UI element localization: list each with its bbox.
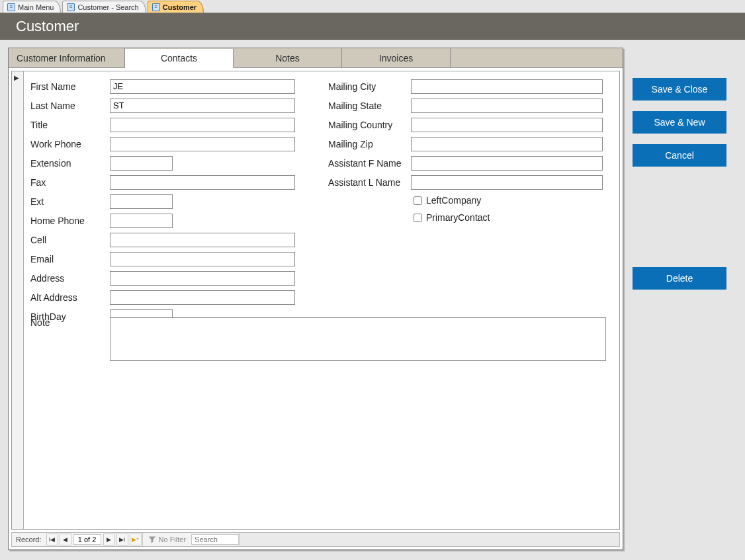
label-assistant-l-name: Assistant L Name [328, 177, 411, 188]
home-phone-field[interactable] [110, 214, 173, 228]
form-icon: ≡ [152, 3, 160, 11]
mailing-city-field[interactable] [411, 79, 603, 94]
email-field[interactable] [110, 252, 295, 266]
contacts-subform: ▶ First Name Last Name [11, 71, 620, 530]
nav-new-button[interactable]: ▶* [130, 534, 142, 545]
filter-indicator[interactable]: No Filter [142, 533, 192, 546]
title-field[interactable] [110, 118, 295, 132]
label-mailing-country: Mailing Country [328, 120, 411, 130]
alt-address-field[interactable] [110, 290, 295, 305]
label-first-name: First Name [30, 81, 110, 92]
document-tab-bar: ≡ Main Menu ≡ Customer - Search ≡ Custom… [0, 0, 745, 13]
page-title: Customer [16, 18, 79, 35]
inner-tab-label: Invoices [379, 53, 413, 63]
button-spacer [633, 177, 726, 257]
label-assistant-f-name: Assistant F Name [328, 158, 411, 169]
work-phone-field[interactable] [110, 137, 295, 151]
save-close-button[interactable]: Save & Close [633, 78, 726, 100]
inner-tab-label: Contacts [161, 53, 197, 63]
inner-tab-label: Customer Information [17, 53, 106, 63]
ext-field[interactable] [110, 194, 173, 209]
label-note: Note [30, 317, 110, 361]
label-address: Address [30, 273, 110, 284]
label-email: Email [30, 254, 110, 264]
inner-tab-label: Notes [275, 53, 300, 63]
mailing-state-field[interactable] [411, 99, 603, 113]
label-ext: Ext [30, 196, 110, 207]
address-field[interactable] [110, 271, 295, 286]
tab-invoices[interactable]: Invoices [342, 48, 451, 67]
doc-tab-main-menu[interactable]: ≡ Main Menu [3, 1, 61, 13]
record-position-field[interactable] [73, 534, 101, 545]
tab-customer-information[interactable]: Customer Information [9, 48, 125, 67]
cancel-button[interactable]: Cancel [633, 144, 726, 167]
primary-contact-checkbox[interactable] [414, 214, 422, 222]
tab-notes[interactable]: Notes [234, 48, 342, 67]
assistant-f-name-field[interactable] [411, 156, 603, 171]
last-name-field[interactable] [110, 99, 295, 113]
label-primary-contact: PrimaryContact [426, 212, 490, 223]
doc-tab-label: Customer [163, 3, 197, 11]
label-alt-address: Alt Address [30, 292, 110, 303]
label-mailing-zip: Mailing Zip [328, 139, 411, 149]
label-home-phone: Home Phone [30, 216, 110, 226]
nav-first-button[interactable]: I◀ [46, 534, 58, 545]
form-icon: ≡ [67, 3, 75, 11]
current-record-icon: ▶ [14, 74, 19, 81]
label-extension: Extension [30, 158, 110, 169]
save-new-button[interactable]: Save & New [633, 111, 726, 134]
nav-last-button[interactable]: ▶I [116, 534, 128, 545]
label-title: Title [30, 120, 110, 130]
label-fax: Fax [30, 177, 110, 188]
cell-field[interactable] [110, 233, 295, 247]
label-mailing-city: Mailing City [328, 81, 411, 92]
nav-next-button[interactable]: ▶ [103, 534, 115, 545]
note-field[interactable] [110, 317, 606, 361]
tab-contacts[interactable]: Contacts [125, 49, 234, 68]
doc-tab-customer[interactable]: ≡ Customer [148, 1, 204, 13]
record-selector[interactable]: ▶ [12, 71, 24, 529]
form-icon: ≡ [7, 3, 15, 11]
funnel-icon [148, 536, 156, 543]
filter-label: No Filter [159, 536, 187, 543]
nav-prev-button[interactable]: ◀ [60, 534, 71, 545]
doc-tab-label: Customer - Search [77, 3, 138, 11]
label-last-name: Last Name [30, 100, 110, 111]
nav-bar-filler [239, 533, 619, 546]
assistant-l-name-field[interactable] [411, 175, 603, 190]
mailing-zip-field[interactable] [411, 137, 603, 151]
extension-field[interactable] [110, 156, 173, 171]
record-search-input[interactable] [191, 534, 239, 545]
delete-button[interactable]: Delete [633, 267, 726, 290]
action-button-column: Save & Close Save & New Cancel Delete [633, 48, 726, 550]
record-nav-label: Record: [12, 536, 46, 543]
label-work-phone: Work Phone [30, 139, 110, 149]
label-mailing-state: Mailing State [328, 100, 411, 111]
mailing-country-field[interactable] [411, 118, 603, 132]
form-panel: Customer Information Contacts Notes Invo… [8, 48, 623, 550]
inner-tab-strip: Customer Information Contacts Notes Invo… [9, 48, 623, 68]
form-title-bar: Customer [0, 13, 745, 40]
tab-strip-filler [451, 48, 623, 67]
first-name-field[interactable] [110, 79, 295, 94]
label-left-company: LeftCompany [426, 195, 481, 206]
fax-field[interactable] [110, 175, 295, 190]
label-cell: Cell [30, 235, 110, 245]
left-company-checkbox[interactable] [414, 196, 422, 205]
doc-tab-label: Main Menu [18, 3, 54, 11]
record-nav-bar: Record: I◀ ◀ ▶ ▶I ▶* No Filter [11, 532, 620, 547]
doc-tab-customer-search[interactable]: ≡ Customer - Search [62, 1, 146, 13]
